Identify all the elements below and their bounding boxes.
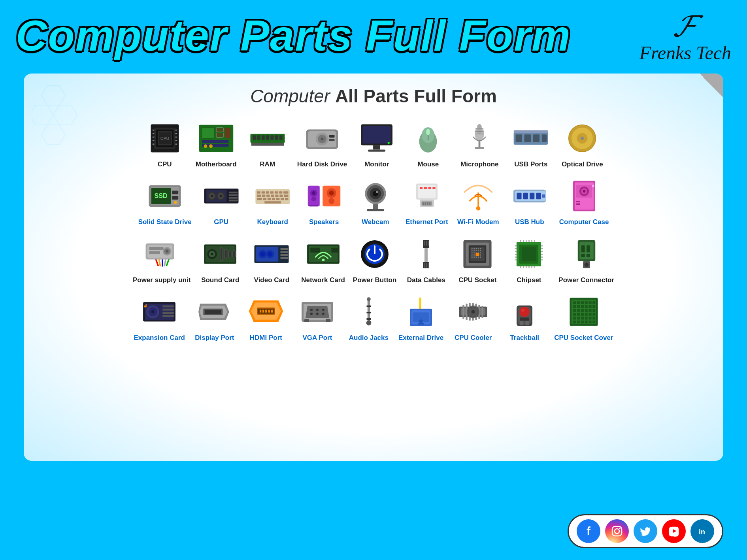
part-monitor: Monitor (355, 119, 398, 168)
svg-rect-372 (573, 321, 576, 323)
svg-rect-214 (472, 248, 473, 249)
facebook-icon[interactable]: f (577, 519, 600, 543)
svg-rect-37 (251, 143, 284, 146)
instagram-icon[interactable] (605, 519, 629, 543)
mouse-label: Mouse (417, 160, 439, 168)
svg-rect-368 (581, 317, 584, 319)
svg-rect-180 (229, 251, 232, 257)
svg-point-157 (583, 190, 585, 192)
part-external-drive: External Drive (398, 292, 443, 342)
svg-rect-188 (281, 248, 288, 250)
hdd-label: Hard Disk Drive (297, 160, 347, 168)
svg-marker-1 (32, 105, 53, 125)
svg-rect-15 (175, 130, 177, 131)
svg-rect-312 (366, 312, 371, 313)
svg-rect-254 (541, 259, 543, 260)
svg-rect-142 (429, 202, 430, 205)
svg-rect-191 (281, 257, 288, 259)
gpu-icon (200, 176, 243, 216)
svg-rect-33 (266, 135, 269, 140)
svg-rect-123 (309, 205, 318, 207)
svg-point-122 (328, 198, 334, 204)
svg-rect-103 (271, 195, 274, 197)
svg-rect-196 (331, 247, 338, 252)
svg-rect-179 (224, 249, 227, 259)
video-card-label: Video Card (254, 276, 289, 284)
hdd-icon (300, 119, 344, 158)
svg-point-160 (592, 185, 594, 187)
svg-point-50 (388, 142, 390, 144)
svg-rect-349 (577, 305, 580, 308)
svg-rect-313 (366, 318, 371, 320)
svg-rect-233 (480, 254, 481, 255)
svg-point-335 (519, 307, 530, 317)
svg-rect-63 (516, 134, 522, 142)
speakers-icon (302, 176, 346, 216)
svg-rect-288 (205, 310, 221, 314)
svg-rect-261 (520, 266, 521, 268)
svg-rect-348 (573, 305, 576, 308)
svg-rect-17 (175, 136, 177, 138)
page-title: Computer Parts Full Form (16, 14, 571, 57)
svg-rect-65 (533, 134, 540, 142)
svg-rect-44 (329, 139, 335, 141)
part-keyboard: Keyboard (251, 176, 294, 226)
svg-rect-48 (373, 145, 380, 150)
svg-rect-374 (581, 321, 584, 323)
svg-rect-308 (326, 319, 330, 322)
display-port-icon (193, 292, 236, 332)
svg-rect-242 (522, 247, 536, 261)
expansion-card-icon: # (138, 292, 181, 332)
svg-rect-14 (153, 143, 154, 145)
svg-rect-104 (275, 195, 278, 197)
svg-rect-98 (279, 191, 282, 194)
usb-hub-label: USB Hub (515, 218, 544, 226)
svg-rect-371 (592, 317, 595, 319)
svg-rect-139 (423, 202, 424, 205)
part-ssd: SSD Solid State Drive (138, 176, 192, 226)
svg-rect-320 (418, 323, 424, 324)
svg-rect-270 (587, 245, 590, 252)
video-card-icon (250, 234, 293, 274)
svg-rect-216 (476, 248, 477, 249)
part-ethernet: Ethernet Port (405, 176, 449, 226)
part-cpu-socket: CPU Socket (456, 234, 499, 284)
svg-rect-329 (482, 306, 483, 318)
psu-icon (140, 234, 183, 274)
cpu-socket-icon (456, 234, 499, 274)
svg-rect-36 (279, 135, 283, 140)
wifi-icon (456, 176, 500, 216)
part-hdmi-port: HDMI Port (244, 292, 288, 342)
svg-rect-78 (172, 196, 178, 200)
svg-rect-181 (233, 250, 236, 258)
svg-point-79 (174, 201, 177, 204)
part-data-cables: Data Cables (404, 234, 448, 284)
svg-rect-355 (577, 309, 580, 312)
svg-point-27 (204, 144, 207, 148)
svg-rect-10 (153, 130, 154, 131)
svg-rect-264 (528, 266, 530, 268)
cpu-cooler-icon (451, 292, 495, 332)
mouse-icon (406, 119, 450, 158)
svg-point-177 (211, 253, 214, 255)
part-webcam: Webcam (354, 176, 397, 226)
youtube-icon[interactable] (662, 519, 686, 543)
svg-rect-243 (515, 245, 517, 246)
svg-rect-208 (426, 263, 427, 268)
webcam-icon (354, 176, 397, 216)
svg-rect-350 (581, 305, 584, 308)
ethernet-label: Ethernet Port (406, 218, 448, 226)
svg-rect-34 (270, 135, 274, 140)
linkedin-icon[interactable]: in (690, 519, 714, 543)
svg-rect-269 (581, 245, 585, 252)
svg-rect-159 (576, 204, 580, 205)
cpu-socket-cover-label: CPU Socket Cover (554, 334, 613, 342)
ram-icon (246, 119, 289, 158)
svg-rect-149 (530, 193, 534, 199)
svg-rect-99 (283, 191, 288, 194)
part-usb-hub: USB Hub (508, 176, 551, 226)
svg-rect-204 (428, 241, 429, 245)
ethernet-icon (405, 176, 449, 216)
part-expansion-card: # Expansion Card (134, 292, 185, 342)
twitter-icon[interactable] (634, 519, 657, 543)
